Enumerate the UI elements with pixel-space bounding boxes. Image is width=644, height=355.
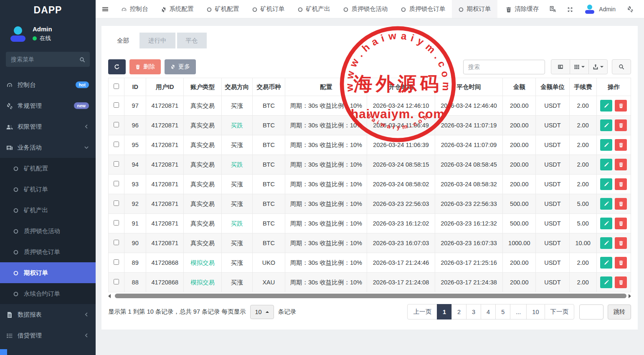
row-checkbox[interactable] <box>114 142 119 147</box>
delete-button[interactable]: 删除 <box>129 59 161 74</box>
table-row: 9041720871真实交易买涨BTC周期：30s 收益比例：10%2026-0… <box>109 233 631 253</box>
nav-tab-option-orders[interactable]: 期权订单 <box>452 0 497 18</box>
clear-cache-button[interactable]: 清除缓存 <box>500 5 544 13</box>
cell-config: 周期：30s 收益比例：10% <box>285 135 367 155</box>
fullscreen-button[interactable] <box>562 5 578 12</box>
pagination-item[interactable]: 5 <box>495 304 510 320</box>
nav-tab-pledge-activity[interactable]: 质押锁仓活动 <box>337 0 394 18</box>
sidebar-item-dashboard[interactable]: 控制台 hot <box>0 74 96 95</box>
sidebar-item-perpetual-orders[interactable]: 永续合约订单 <box>0 283 96 304</box>
nav-tab-miner-output[interactable]: 矿机产出 <box>291 0 337 18</box>
sidebar-item-option-orders[interactable]: 期权订单 <box>0 262 96 283</box>
row-checkbox[interactable] <box>114 240 119 245</box>
tab-all[interactable]: 全部 <box>108 33 138 48</box>
edit-button[interactable] <box>600 159 612 170</box>
table-row: 8841720868模拟交易买涨XAU周期：30s 收益比例：10%2026-0… <box>109 273 631 292</box>
row-checkbox[interactable] <box>114 220 119 226</box>
page-jump-button[interactable]: 跳转 <box>608 304 631 320</box>
row-checkbox[interactable] <box>114 279 119 284</box>
pagination-item[interactable]: 10 <box>526 304 545 320</box>
search-button[interactable] <box>612 59 631 74</box>
nav-tab-miner-orders[interactable]: 矿机订单 <box>246 0 291 18</box>
sidebar-item-pledge-activity[interactable]: 质押锁仓活动 <box>0 221 96 241</box>
cell-config: 周期：30s 收益比例：10% <box>285 233 367 253</box>
row-checkbox[interactable] <box>114 102 119 108</box>
tab-in-progress[interactable]: 进行中 <box>139 33 175 48</box>
nav-tab-system-config[interactable]: 系统配置 <box>155 0 200 18</box>
row-delete-button[interactable] <box>615 139 627 151</box>
orders-table: ID 用户ID 账户类型 交易方向 交易币种 配置 开仓时间 平仓时间 金额 金… <box>108 78 631 292</box>
page-jump-input[interactable] <box>579 304 603 320</box>
row-checkbox[interactable] <box>114 122 119 127</box>
table-search-input[interactable] <box>463 60 545 74</box>
detail-view-button[interactable] <box>551 59 570 74</box>
edit-button[interactable] <box>600 276 612 288</box>
cell-close-time: 2026-03-23 22:56:33 <box>435 194 502 214</box>
pagination-item[interactable]: 下一页 <box>545 304 575 320</box>
row-checkbox[interactable] <box>114 200 119 206</box>
nav-tab-miner-config[interactable]: 矿机配置 <box>200 0 246 18</box>
edit-button[interactable] <box>600 100 612 112</box>
edit-button[interactable] <box>600 139 612 151</box>
caret-down-icon <box>581 66 585 68</box>
scrollbar-thumb[interactable] <box>115 294 626 298</box>
more-button[interactable]: 更多 <box>165 59 196 74</box>
edit-button[interactable] <box>600 178 612 190</box>
edit-button[interactable] <box>600 218 612 229</box>
select-all-checkbox[interactable] <box>114 84 119 89</box>
nav-tab-dashboard[interactable]: 控制台 <box>115 0 155 18</box>
row-checkbox[interactable] <box>114 259 119 265</box>
row-delete-button[interactable] <box>615 218 627 229</box>
scroll-left-arrow[interactable] <box>108 294 111 298</box>
row-delete-button[interactable] <box>615 119 627 131</box>
cell-fee: 2.00 <box>569 253 596 273</box>
scroll-right-arrow[interactable] <box>629 294 631 298</box>
edit-button[interactable] <box>600 198 612 210</box>
content-area: 全部 进行中 平仓 删除 更多 <box>96 18 644 355</box>
sidebar-item-miner-output[interactable]: 矿机产出 <box>0 200 96 221</box>
pagination-item[interactable]: 上一页 <box>407 304 437 320</box>
pagination-item[interactable]: ... <box>510 304 527 320</box>
row-delete-button[interactable] <box>615 257 627 269</box>
sidebar-item-pledge-orders[interactable]: 质押锁仓订单 <box>0 241 96 262</box>
settings-button[interactable] <box>621 5 639 13</box>
row-delete-button[interactable] <box>615 178 627 190</box>
cell-id: 92 <box>124 194 146 214</box>
sidebar-item-business[interactable]: 业务活动 <box>0 137 96 158</box>
row-checkbox[interactable] <box>114 161 119 167</box>
row-delete-button[interactable] <box>615 159 627 170</box>
user-menu[interactable]: Admin <box>578 4 621 15</box>
pagination-item[interactable]: 3 <box>466 304 481 320</box>
pagination-item[interactable]: 2 <box>451 304 467 320</box>
translate-button[interactable] <box>544 5 562 13</box>
export-button[interactable] <box>588 59 608 74</box>
cell-account-type: 真实交易 <box>184 175 221 194</box>
cell-unit: USDT <box>536 135 569 155</box>
page-size-dropdown[interactable]: 10 <box>250 305 274 319</box>
row-delete-button[interactable] <box>615 100 627 112</box>
sidebar-item-lending[interactable]: 借贷管理 <box>0 325 96 346</box>
hamburger-menu-button[interactable] <box>96 0 115 18</box>
pagination-item[interactable]: 4 <box>481 304 496 320</box>
edit-button[interactable] <box>600 119 612 131</box>
sidebar-item-miner-config[interactable]: 矿机配置 <box>0 158 96 179</box>
sidebar-item-miner-orders[interactable]: 矿机订单 <box>0 179 96 200</box>
sidebar-search-input[interactable] <box>6 52 90 67</box>
refresh-button[interactable] <box>108 59 126 74</box>
edit-button[interactable] <box>600 257 612 269</box>
cell-amount: 200.00 <box>503 273 536 292</box>
columns-button[interactable] <box>570 59 589 74</box>
row-delete-button[interactable] <box>615 276 627 288</box>
sidebar-item-permissions[interactable]: 权限管理 <box>0 116 96 137</box>
cell-unit: USDT <box>536 233 569 253</box>
edit-button[interactable] <box>600 237 612 249</box>
sidebar-item-reports[interactable]: 数据报表 <box>0 304 96 325</box>
row-delete-button[interactable] <box>615 237 627 249</box>
pagination-item[interactable]: 1 <box>437 304 452 320</box>
row-checkbox[interactable] <box>114 181 119 186</box>
tab-closed[interactable]: 平仓 <box>177 33 207 48</box>
sidebar-item-general[interactable]: 常规管理 new <box>0 95 96 116</box>
row-delete-button[interactable] <box>615 198 627 210</box>
nav-tab-pledge-orders[interactable]: 质押锁仓订单 <box>394 0 452 18</box>
cell-unit: USDT <box>536 116 569 135</box>
